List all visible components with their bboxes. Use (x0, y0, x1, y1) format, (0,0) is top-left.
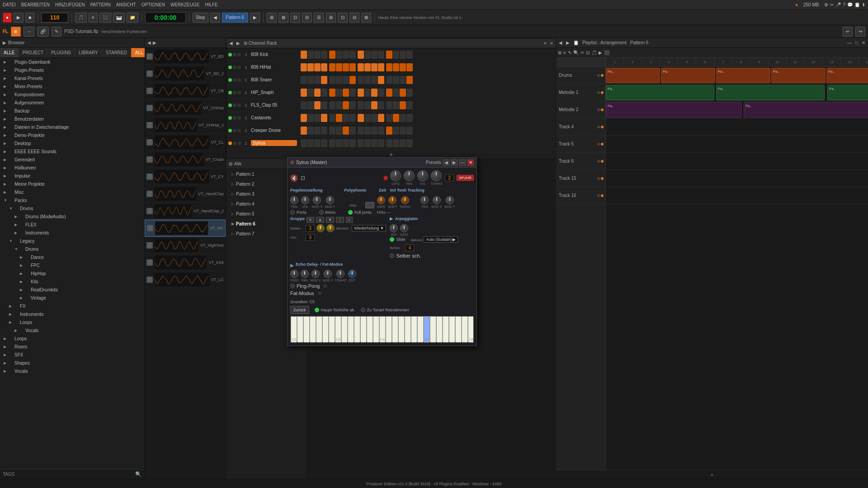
beat-btn-3[interactable] (321, 89, 327, 97)
beat-btn-15[interactable] (406, 101, 413, 109)
white-key-C6[interactable] (468, 316, 474, 343)
tree-item-plugin-presets[interactable]: ▶ Plugin-Presets (0, 66, 144, 74)
snap-btn4[interactable]: ⊟ (302, 13, 312, 23)
channel-row-fls_clap-05[interactable]: 1 FLS_Clap 05 (226, 99, 556, 112)
pl-track-track-6[interactable]: Track 6 (556, 153, 605, 170)
white-key-G5[interactable] (449, 316, 455, 343)
beat-btn-1[interactable] (307, 63, 314, 71)
white-key-C2[interactable] (291, 316, 297, 343)
beat-btn-5[interactable] (336, 63, 342, 71)
tree-item-kompositionen[interactable]: ▶ Kompositionen (0, 90, 144, 99)
beat-btn-11[interactable] (378, 101, 384, 109)
beat-btn-2[interactable] (314, 139, 321, 147)
beat-btn-9[interactable] (364, 89, 371, 97)
wave-item-vt_chihat[interactable]: 🎵 VT_CHiHat (145, 99, 226, 117)
white-key-F2[interactable] (310, 316, 316, 343)
beat-btn-3[interactable] (321, 127, 327, 135)
beat-btn-0[interactable] (301, 89, 307, 97)
beat-btn-6[interactable] (343, 63, 349, 71)
white-key-B4[interactable] (417, 316, 424, 343)
beat-btn-12[interactable] (386, 76, 392, 84)
beat-btn-1[interactable] (307, 114, 314, 122)
pl-toolbar-icon6[interactable]: ⊡ (586, 50, 590, 55)
grid-block[interactable]: Pa.. (716, 85, 825, 100)
beat-btn-6[interactable] (343, 89, 349, 97)
pl-track-track-4[interactable]: Track 4 (556, 118, 605, 136)
tree-item-legacy[interactable]: ▼ Legacy (0, 237, 144, 245)
sytrus-titlebar[interactable]: ⚙ Sytrus (Master) Presets ◀ ▶ — ✕ (288, 158, 476, 168)
record-btn[interactable]: ● (3, 13, 12, 23)
beat-btn-8[interactable] (358, 76, 364, 84)
beat-btn-6[interactable] (343, 51, 349, 59)
slide-btn[interactable] (390, 237, 394, 242)
beat-btn-6[interactable] (343, 139, 349, 147)
white-key-F4[interactable] (398, 316, 405, 343)
beat-btn-12[interactable] (386, 63, 392, 71)
gruppe-eq-btn[interactable]: = (346, 217, 353, 223)
menu-optionen[interactable]: OPTIONEN (142, 2, 165, 7)
white-key-A5[interactable] (455, 316, 462, 343)
beat-btn-0[interactable] (301, 63, 307, 71)
tree-item-meine-projekte[interactable]: ▶ Meine Projekte (0, 180, 144, 188)
sytrus-mute-btn[interactable]: 🔇 (290, 174, 298, 182)
menu-werkzeuge[interactable]: WERKZEUGE (170, 2, 199, 7)
beat-btn-2[interactable] (314, 127, 321, 135)
beat-btn-11[interactable] (378, 139, 384, 147)
beat-btn-14[interactable] (400, 114, 406, 122)
bpm-display[interactable]: 110 (41, 13, 68, 23)
beat-btn-12[interactable] (386, 101, 392, 109)
beat-btn-1[interactable] (307, 127, 314, 135)
beat-btn-4[interactable] (329, 63, 335, 71)
snap-btn7[interactable]: ⊡ (338, 13, 348, 23)
white-key-A2[interactable] (322, 316, 329, 343)
white-key-D3[interactable] (341, 316, 348, 343)
beat-btn-10[interactable] (371, 76, 377, 84)
beat-btn-3[interactable] (321, 101, 327, 109)
channel-rack-btn[interactable]: ⬛ (99, 13, 111, 23)
snap-btn5[interactable]: ☰ (314, 13, 324, 23)
white-key-E2[interactable] (303, 316, 310, 343)
gruppe-dots-btn[interactable]: ⋮ (336, 217, 344, 223)
grid-row-track-16[interactable] (606, 187, 868, 204)
beat-btn-11[interactable] (378, 127, 384, 135)
beat-btn-8[interactable] (358, 63, 364, 71)
channel-row-castanets[interactable]: 1 Castanets (226, 112, 556, 124)
tree-item-sfx[interactable]: ▶ SFX (0, 351, 144, 359)
beat-btn-4[interactable] (329, 114, 335, 122)
gruppe-up-btn[interactable]: ▲ (316, 217, 324, 223)
pl-track-melodie-1[interactable]: Melodie 1 (556, 84, 605, 101)
beat-btn-15[interactable] (406, 51, 413, 59)
tree-item-vintage[interactable]: ▶ Vintage (0, 294, 144, 302)
beat-btn-8[interactable] (358, 51, 364, 59)
channel-btn[interactable]: ⊞ (11, 27, 21, 37)
tree-item-plugin-datenbank[interactable]: ▶ Plugin-Datenbank (0, 58, 144, 66)
beat-btn-3[interactable] (321, 76, 327, 84)
beat-btn-10[interactable] (371, 51, 377, 59)
pl-toolbar-icon9[interactable]: ⬛ (604, 50, 609, 55)
menu-bearbeiten[interactable]: BEARBEITEN (21, 2, 50, 7)
tree-item-drums[interactable]: ▼ Drums (0, 245, 144, 253)
beat-btn-1[interactable] (307, 101, 314, 109)
grid-row-melodie-1[interactable]: Pa..Pa..Pa..Pa..Pa.. (606, 84, 868, 101)
beat-btn-5[interactable] (336, 114, 342, 122)
beat-btn-12[interactable] (386, 89, 392, 97)
sytrus-close[interactable]: ✕ (467, 160, 474, 166)
beat-btn-7[interactable] (349, 89, 356, 97)
tree-item-vocals[interactable]: ▶ Vocals (0, 326, 144, 334)
white-key-D2[interactable] (297, 316, 303, 343)
beat-btn-14[interactable] (400, 51, 406, 59)
pl-track-melodie-2[interactable]: Melodie 2 (556, 101, 605, 118)
channel-row-creeper-drone[interactable]: 1 Creeper Drone (226, 124, 556, 137)
beat-btn-5[interactable] (336, 127, 342, 135)
song-mode-btn[interactable]: 🎵 (75, 13, 87, 23)
wave-item-vt_handclap[interactable]: 🎵 VT_HandClap (145, 185, 226, 202)
tab-plugins[interactable]: PLUGINS (47, 48, 75, 57)
beat-btn-4[interactable] (329, 89, 335, 97)
tab-library[interactable]: LIBRARY (75, 48, 102, 57)
pl-toolbar-icon1[interactable]: ⊞ (558, 50, 561, 55)
grid-row-drums[interactable]: Pa..Pa..Pa..Pa..Pa..Pa..Pa..Pa..Pa.. (606, 67, 868, 84)
beat-btn-8[interactable] (358, 127, 364, 135)
tree-item-demo-projekte[interactable]: ▶ Demo-Projekte (0, 131, 144, 139)
beat-btn-2[interactable] (314, 89, 321, 97)
wave-item-vt_cb[interactable]: 🎵 VT_CB (145, 82, 226, 99)
